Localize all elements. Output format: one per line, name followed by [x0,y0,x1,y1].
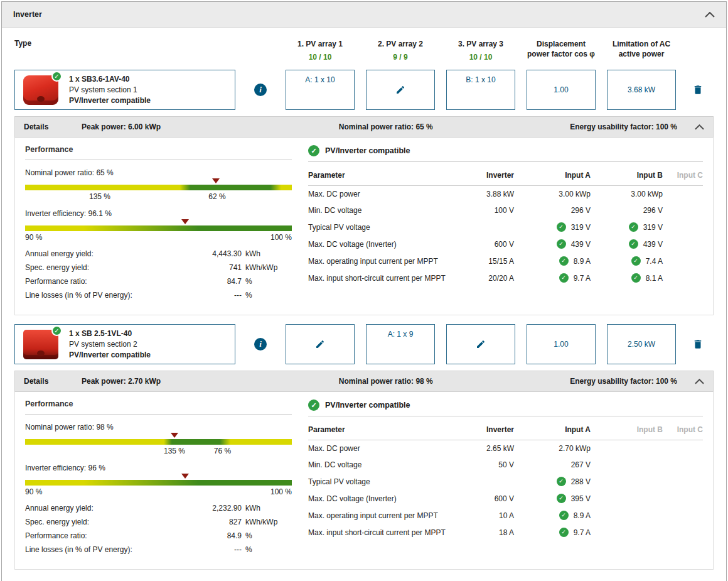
cos-phi-value: 1.00 [554,340,568,349]
stat-label: Annual energy yield: [25,249,182,258]
compatibility-status: PV/Inverter compatible [69,95,151,106]
pv-array-3-cell[interactable] [446,324,515,364]
performance-panel: Performance Nominal power ratio: 65 % 13… [25,145,292,305]
inverter-panel: Inverter Type 1. PV array 1 10 / 10 2. P… [1,1,727,581]
col-inverter: Inverter [454,419,514,440]
cos-phi-cell[interactable]: 1.00 [527,324,596,364]
details-bar[interactable]: Details Peak power: 2.70 kWp Nominal pow… [14,371,714,392]
compatible-check-icon [308,145,319,156]
compatibility-table: Parameter Inverter Input A Input B Input… [308,419,703,541]
ok-check-icon [557,222,566,232]
stat-row: Annual energy yield: 4,443.30 kWh [25,249,292,258]
stat-row: Performance ratio: 84.9 % [25,531,292,540]
delete-icon[interactable] [692,339,704,350]
ok-check-icon [631,256,641,266]
stat-row: Line losses (in % of PV energy): --- % [25,291,292,300]
pv-array-2-cell[interactable] [366,70,435,110]
delete-icon[interactable] [692,84,704,95]
pv-array-3-label: 3. PV array 3 [446,39,515,49]
col-input-c: Input C [663,165,703,186]
stat-label: Line losses (in % of PV energy): [25,545,182,554]
pv-array-2-label: 2. PV array 2 [366,39,435,49]
inverter-block-2: 1 x SB 2.5-1VL-40 PV system section 2 PV… [14,324,714,570]
ac-limit-value: 2.50 kW [628,340,655,349]
pv-array-1-cell[interactable] [286,324,355,364]
gauge-tick: 135 % [89,192,110,201]
info-icon[interactable] [254,84,267,96]
pv-array-3-cell[interactable]: B: 1 x 10 [446,70,515,110]
pv-array-2-count: 9 / 9 [366,52,435,62]
gauge-marker-icon [181,474,189,479]
col-input-b: Input B [591,165,663,186]
column-header-pv-array-2: 2. PV array 2 9 / 9 [366,36,435,62]
details-bar[interactable]: Details Peak power: 6.00 kWp Nominal pow… [14,116,714,138]
ok-check-icon [559,528,569,537]
section-title: Inverter [13,10,42,19]
array-assignment-label: A: 1 x 10 [286,75,354,84]
inverter-value: 3.88 kW [454,186,514,202]
edit-icon[interactable] [395,85,405,95]
stat-label: Performance ratio: [25,277,182,286]
column-header-pv-array-3: 3. PV array 3 10 / 10 [446,36,515,62]
gauge-tick: 100 % [270,233,292,242]
stat-row: Annual energy yield: 2,232.90 kWh [25,504,292,513]
inverter-card[interactable]: 1 x SB3.6-1AV-40 PV system section 1 PV/… [14,70,235,110]
input-b-value: 7.4 A [591,252,663,269]
input-a-value: 296 V [514,202,591,219]
col-inverter: Inverter [454,165,514,186]
pv-array-1-cell[interactable]: A: 1 x 10 [286,70,355,110]
input-a-value: 395 V [514,490,591,507]
gauge-bar [25,225,292,231]
performance-stats: Annual energy yield: 2,232.90 kWh Spec. … [25,504,292,554]
details-body: Performance Nominal power ratio: 98 % 13… [14,392,714,570]
inverter-name: 1 x SB3.6-1AV-40 [69,74,151,85]
input-a-value: 2.70 kWp [514,440,591,457]
input-a-value: 8.9 A [514,252,591,269]
pv-array-2-cell[interactable]: A: 1 x 9 [366,324,435,364]
gauge-tick: 90 % [25,233,42,242]
performance-panel: Performance Nominal power ratio: 98 % 13… [25,399,292,559]
col-input-a: Input A [514,165,591,186]
pv-section-name: PV system section 1 [69,85,151,95]
stat-unit: % [242,531,292,540]
compatibility-title-text: PV/Inverter compatible [325,401,410,410]
info-icon[interactable] [254,338,267,350]
efficiency-gauge: 90 % 100 % [25,219,292,242]
input-a-value: 288 V [514,473,591,490]
section-collapse-icon[interactable] [705,12,715,18]
compatibility-title-text: PV/Inverter compatible [325,146,410,155]
col-input-a: Input A [514,419,591,440]
inverter-value: 2.65 kW [454,440,514,457]
stat-row: Spec. energy yield: 741 kWh/kWp [25,263,292,272]
nominal-power-ratio: Nominal power ratio: 98 % [289,377,483,386]
parameter-name: Max. input short-circuit current per MPP… [308,270,454,286]
inverter-image [21,73,60,106]
parameter-name: Typical PV voltage [308,474,454,490]
inverter-card[interactable]: 1 x SB 2.5-1VL-40 PV system section 2 PV… [14,324,235,364]
efficiency-label: Inverter efficiency: 96.1 % [25,209,292,218]
gauge-bar [25,480,292,486]
ac-limit-cell[interactable]: 3.68 kW [607,70,676,110]
inverter-block-1: 1 x SB3.6-1AV-40 PV system section 1 PV/… [14,70,714,315]
gauge-tick: 90 % [25,487,42,496]
inverter-value: 600 V [454,491,514,507]
inverter-value [454,478,514,486]
peak-power: Peak power: 2.70 kWp [82,377,289,386]
gauge-tick: 76 % [214,447,231,455]
nominal-ratio-label: Nominal power ratio: 98 % [25,423,292,432]
edit-icon[interactable] [476,339,486,349]
gauge-bar [25,439,292,445]
input-b-value: 3.00 kWp [591,186,663,202]
ac-limit-cell[interactable]: 2.50 kW [607,324,676,364]
stat-unit: % [242,545,292,554]
cos-phi-cell[interactable]: 1.00 [527,70,596,110]
stat-value: 2,232.90 [182,504,242,513]
details-collapse-icon[interactable] [695,124,704,130]
edit-icon[interactable] [315,339,325,349]
input-b-value: 8.1 A [591,269,663,286]
col-input-c: Input C [663,419,703,440]
energy-usability-factor: Energy usability factor: 100 % [483,122,695,131]
stat-value: 827 [182,518,242,526]
details-collapse-icon[interactable] [695,379,704,384]
pv-section-name: PV system section 2 [69,339,151,350]
